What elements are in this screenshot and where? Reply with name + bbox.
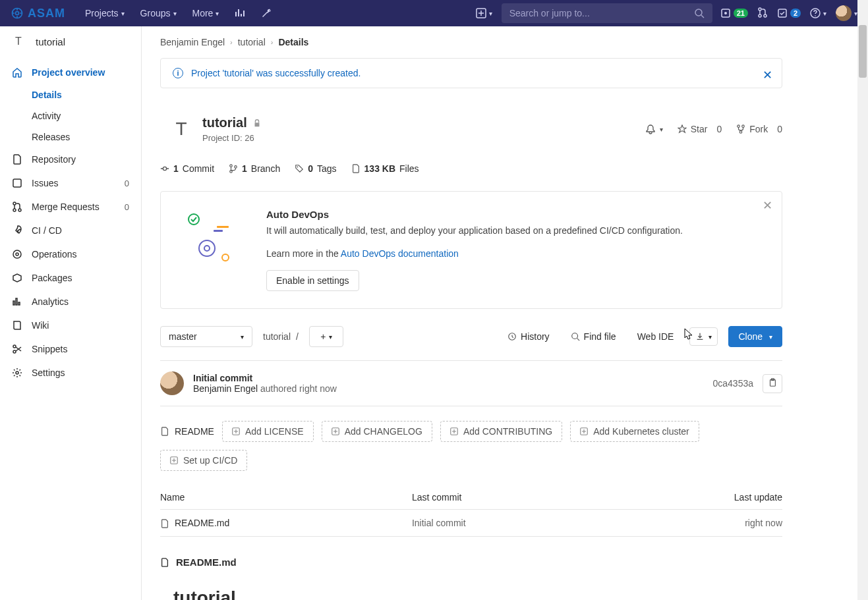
sidebar-item-snippets[interactable]: Snippets: [0, 337, 141, 361]
sidebar-item-details[interactable]: Details: [32, 84, 141, 105]
merge-request-icon: [757, 7, 768, 18]
breadcrumb-project[interactable]: tutorial: [238, 37, 266, 47]
package-icon: [12, 273, 22, 283]
svg-point-1: [16, 12, 19, 15]
stat-files[interactable]: 133 KBFiles: [351, 163, 419, 174]
project-avatar: T: [160, 108, 202, 150]
add-changelog-button[interactable]: Add CHANGELOG: [322, 421, 432, 442]
commit-message[interactable]: Initial commit: [193, 373, 337, 383]
sidebar-item-packages[interactable]: Packages: [0, 266, 141, 290]
sidebar-item-operations[interactable]: Operations: [0, 242, 141, 266]
merge-request-icon: [12, 202, 22, 212]
plus-box-icon: [580, 427, 588, 435]
last-commit: Initial commit Benjamin Engel authored r…: [160, 360, 782, 406]
find-file-button[interactable]: Find file: [565, 327, 622, 346]
commit-sha[interactable]: 0ca4353a: [712, 378, 753, 389]
sidebar-item-wiki[interactable]: Wiki: [0, 314, 141, 337]
svg-point-28: [235, 166, 237, 169]
issues-badge: 21: [734, 9, 748, 18]
fork-button[interactable]: Fork 0: [736, 124, 782, 134]
new-dropdown[interactable]: ▾: [476, 8, 492, 18]
help-link[interactable]: ▾: [810, 8, 826, 18]
sidebar-item-repository[interactable]: Repository: [0, 148, 141, 171]
scrollbar[interactable]: [857, 0, 868, 600]
breadcrumb: Benjamin Engel › tutorial › Details: [142, 26, 868, 58]
svg-point-33: [199, 240, 215, 256]
nav-groups[interactable]: Groups▾: [134, 4, 183, 22]
readme-link[interactable]: README: [160, 421, 214, 442]
enable-devops-button[interactable]: Enable in settings: [266, 270, 359, 291]
branch-dropdown[interactable]: master▾: [160, 326, 252, 347]
svg-point-15: [18, 209, 21, 211]
svg-point-25: [163, 167, 166, 170]
doc-icon: [160, 558, 169, 567]
history-icon: [507, 332, 517, 341]
plus-box-icon: [332, 427, 339, 435]
todos-link[interactable]: 2: [777, 8, 801, 18]
star-button[interactable]: Star 0: [678, 124, 722, 134]
search-input[interactable]: [509, 8, 694, 18]
add-license-button[interactable]: Add LICENSE: [222, 421, 314, 442]
svg-point-29: [297, 167, 299, 168]
project-stats: 1Commit 1Branch 0Tags 133 KBFiles: [160, 163, 782, 174]
web-ide-button[interactable]: Web IDE: [632, 327, 680, 346]
sidebar-item-analytics[interactable]: Analytics: [0, 290, 141, 314]
svg-point-7: [759, 14, 761, 17]
star-icon: [678, 124, 687, 134]
chevron-down-icon: ▾: [173, 10, 177, 17]
nav-activity-icon[interactable]: [228, 4, 252, 22]
stat-commits[interactable]: 1Commit: [160, 163, 214, 174]
search-box[interactable]: [502, 3, 712, 23]
stat-branches[interactable]: 1Branch: [229, 163, 280, 174]
operations-icon: [12, 249, 22, 259]
nav-more[interactable]: More▾: [186, 4, 226, 22]
svg-point-14: [13, 209, 16, 211]
close-icon[interactable]: ✕: [763, 198, 772, 213]
clone-button[interactable]: Clone▾: [728, 326, 782, 347]
breadcrumb-user[interactable]: Benjamin Engel: [160, 37, 225, 47]
commit-avatar: [160, 371, 184, 395]
history-button[interactable]: History: [502, 327, 555, 346]
analytics-icon: [12, 296, 22, 307]
topright: 21 2 ▾ ▾: [720, 5, 857, 21]
svg-point-35: [222, 254, 229, 261]
sidebar-item-cicd[interactable]: CI / CD: [0, 219, 141, 242]
lock-icon: [252, 119, 262, 128]
svg-rect-21: [254, 123, 259, 126]
doc-icon: [160, 519, 169, 528]
sidebar-item-releases[interactable]: Releases: [32, 126, 141, 148]
table-row[interactable]: README.md Initial commit right now: [160, 510, 782, 537]
setup-cicd-button[interactable]: Set up CI/CD: [160, 450, 247, 471]
user-menu[interactable]: ▾: [836, 5, 857, 21]
project-header: T tutorial Project ID: 26 ▾ Star: [160, 108, 782, 150]
devops-doc-link[interactable]: Auto DevOps documentation: [341, 248, 459, 259]
nav-projects[interactable]: Projects▾: [78, 4, 131, 22]
add-file-dropdown[interactable]: +▾: [309, 326, 343, 347]
svg-point-37: [571, 333, 577, 339]
logo[interactable]: ASAM: [11, 7, 65, 20]
gear-icon: [12, 368, 22, 378]
chevron-right-icon: ›: [230, 38, 233, 46]
add-contributing-button[interactable]: Add CONTRIBUTING: [440, 421, 562, 442]
notification-dropdown[interactable]: ▾: [645, 124, 663, 134]
plus-box-icon: [450, 427, 458, 435]
copy-sha-button[interactable]: [763, 374, 782, 393]
stat-tags[interactable]: 0Tags: [295, 163, 336, 174]
merge-requests-link[interactable]: [757, 7, 768, 20]
add-k8s-button[interactable]: Add Kubernetes cluster: [570, 421, 699, 442]
chevron-down-icon: ▾: [823, 10, 826, 17]
devops-illustration: [181, 207, 253, 267]
sidebar-item-issues[interactable]: Issues 0: [0, 171, 141, 195]
close-icon[interactable]: ✕: [763, 68, 772, 82]
sidebar-item-activity[interactable]: Activity: [32, 105, 141, 126]
sidebar-item-overview[interactable]: Project overview: [0, 61, 141, 84]
scrollbar-thumb[interactable]: [859, 25, 867, 78]
sidebar-item-merge-requests[interactable]: Merge Requests 0: [0, 195, 141, 219]
quick-actions: README Add LICENSE Add CHANGELOG Add CON…: [160, 421, 782, 471]
download-dropdown[interactable]: ▾: [689, 327, 718, 346]
sidebar-context[interactable]: T tutorial: [0, 26, 141, 57]
issues-link[interactable]: 21: [720, 8, 748, 18]
sidebar-item-settings[interactable]: Settings: [0, 361, 141, 385]
nav-admin-icon[interactable]: [254, 4, 278, 22]
issues-icon: [720, 8, 731, 18]
